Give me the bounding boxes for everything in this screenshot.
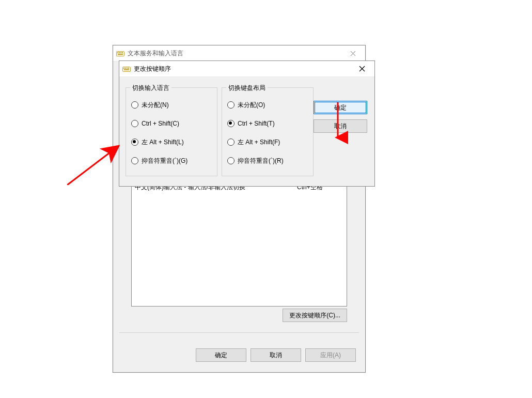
radio-grave-accent-r
        [interactable]: 抑音符重音(`)(R) [227, 156, 308, 165]
svg-rect-3 [120, 52, 121, 53]
separator [119, 332, 359, 333]
svg-rect-9 [123, 68, 124, 69]
keyboard-icon [122, 65, 131, 73]
group-switch-keyboard-layout: 切换键盘布局 未分配(O) Ctrl + Shift(T) 左 Alt + Sh… [222, 87, 314, 176]
child-close-button[interactable] [352, 61, 372, 76]
radio-label: 抑音符重音(`)(G) [142, 157, 187, 165]
child-titlebar[interactable]: 更改按键顺序 [119, 61, 374, 77]
radio-icon [131, 120, 138, 127]
change-sequence-button[interactable]: 更改按键顺序(C)... [283, 309, 347, 322]
radio-label: 抑音符重音(`)(R) [238, 157, 284, 165]
radio-ctrl-shift-t[interactable]: Ctrl + Shift(T) [227, 119, 308, 128]
radio-unassigned-o[interactable]: 未分配(O) [227, 100, 308, 110]
child-dialog: 更改按键顺序 切换输入语言 未分配(N) Ctrl + Shift(C) [119, 60, 375, 187]
parent-apply-button[interactable]: 应用(A) [305, 348, 356, 362]
radio-unassigned-n[interactable]: 未分配(N) [131, 100, 212, 110]
child-cancel-button[interactable]: 取消 [314, 119, 367, 133]
parent-titlebar[interactable]: 文本服务和输入语言 [113, 45, 365, 62]
radio-ctrl-shift-c[interactable]: Ctrl + Shift(C) [131, 119, 212, 128]
radio-grave-accent-g[interactable]: 抑音符重音(`)(G) [131, 156, 212, 165]
parent-title: 文本服务和输入语言 [128, 49, 183, 58]
parent-ok-button[interactable]: 确定 [196, 348, 246, 362]
group-switch-input-language: 切换输入语言 未分配(N) Ctrl + Shift(C) 左 Alt + Sh… [126, 87, 217, 176]
svg-rect-11 [127, 68, 128, 69]
svg-rect-4 [122, 52, 123, 53]
radio-left-alt-shift-f[interactable]: 左 Alt + Shift(F) [227, 137, 308, 147]
group-legend-left: 切换输入语言 [130, 84, 171, 93]
parent-bottom-buttons: 确定 取消 应用(A) [196, 348, 356, 362]
svg-rect-5 [118, 54, 123, 55]
radio-icon [131, 101, 138, 109]
child-buttons: 确定 取消 [314, 101, 367, 133]
svg-rect-2 [119, 52, 120, 53]
hotkey-listbox[interactable]: 中文(简体)输入法 - 输入法/非输入法切换 Ctrl+空格 [131, 181, 347, 307]
svg-line-16 [67, 146, 119, 185]
child-title: 更改按键顺序 [134, 65, 171, 73]
svg-rect-1 [117, 52, 118, 53]
radio-label: 左 Alt + Shift(L) [142, 138, 184, 147]
parent-close-button[interactable] [342, 45, 363, 61]
radio-label: Ctrl + Shift(C) [142, 120, 179, 127]
keyboard-icon [116, 49, 124, 57]
group-legend-right: 切换键盘布局 [226, 84, 268, 93]
radio-icon [227, 120, 234, 127]
parent-cancel-button[interactable]: 取消 [251, 348, 301, 362]
svg-rect-12 [128, 68, 129, 69]
child-ok-button[interactable]: 确定 [314, 101, 367, 114]
radio-label: 左 Alt + Shift(F) [238, 138, 280, 147]
radio-icon [131, 139, 138, 146]
radio-left-alt-shift-l[interactable]: 左 Alt + Shift(L) [131, 137, 212, 147]
radio-label: 未分配(N) [142, 101, 169, 110]
radio-label: 未分配(O) [238, 101, 265, 110]
radio-label: Ctrl + Shift(T) [238, 120, 275, 127]
radio-icon [227, 157, 234, 164]
child-body: 切换输入语言 未分配(N) Ctrl + Shift(C) 左 Alt + Sh… [119, 77, 374, 186]
svg-rect-13 [124, 69, 129, 70]
radio-icon [131, 157, 138, 164]
radio-icon [227, 101, 234, 109]
svg-rect-10 [125, 68, 126, 69]
radio-icon [227, 139, 234, 146]
